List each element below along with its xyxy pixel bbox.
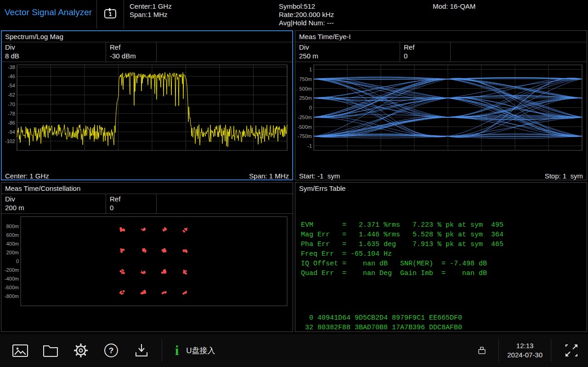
settings-button[interactable]: [71, 340, 91, 361]
constellation-ref-setting[interactable]: Ref 0: [106, 194, 157, 213]
svg-text:1: 1: [109, 11, 112, 17]
div-label: Div: [299, 43, 396, 52]
toolbar-separator: [551, 339, 551, 362]
panel-symerrs[interactable]: Sym/Errs Table EVM = 2.371 %rms 7.223 % …: [295, 182, 587, 332]
footer-stop: Stop: 1 sym: [545, 172, 583, 180]
panel-title-eye: Meas Time/Eye-I: [295, 31, 587, 42]
bottom-toolbar: ? i U盘接入 12:13 2024-07-30: [0, 334, 588, 367]
resize-arrows-icon: [562, 341, 581, 360]
header-separator: [124, 0, 124, 29]
screenshot-button[interactable]: [10, 340, 30, 361]
div-value: 250 m: [299, 52, 396, 60]
svg-text:750m: 750m: [299, 76, 312, 82]
svg-text:-600m: -600m: [5, 285, 19, 290]
svg-text:-250m: -250m: [298, 115, 312, 120]
svg-text:-500m: -500m: [298, 124, 312, 130]
panel-eye[interactable]: Meas Time/Eye-I Div 250 m Ref 0 1750m500…: [295, 30, 587, 180]
usb-status-icon: [477, 345, 487, 356]
panel-constellation[interactable]: Meas Time/Constellation Div 200 m Ref 0 …: [1, 182, 293, 332]
file-manager-button[interactable]: [40, 340, 61, 361]
single-sweep-button[interactable]: 1: [97, 0, 124, 29]
footer-span: Span: 1 MHz: [249, 172, 289, 180]
svg-text:-750m: -750m: [298, 133, 312, 139]
fullscreen-toggle-button[interactable]: [561, 340, 582, 361]
svg-text:-86: -86: [8, 120, 15, 126]
svg-text:-94: -94: [8, 129, 15, 135]
svg-text:1: 1: [309, 67, 312, 72]
ref-label: Ref: [404, 43, 447, 52]
error-row: Freq Err = -65.104 Hz: [301, 249, 587, 259]
footer-start: Start: -3.046154: [5, 330, 55, 332]
symbol-count: Symbol:512: [279, 2, 433, 11]
svg-text:-102: -102: [5, 138, 15, 144]
ref-value: -30 dBm: [110, 52, 153, 60]
sym-errs-table: EVM = 2.371 %rms 7.223 % pk at sym 495Ma…: [295, 194, 587, 332]
spectrum-div-setting[interactable]: Div 8 dB: [1, 42, 106, 62]
toolbar-right-group: 12:13 2024-07-30: [472, 339, 588, 362]
center-frequency: Center:1 GHz: [130, 2, 279, 11]
eye-settings-header: Div 250 m Ref 0: [295, 42, 587, 62]
ref-value: 0: [404, 52, 447, 60]
time: 12:13: [507, 341, 543, 350]
eye-div-setting[interactable]: Div 250 m: [295, 42, 400, 62]
panel-spectrum[interactable]: Spectrum/Log Mag Div 8 dB Ref -30 dBm -3…: [1, 30, 293, 180]
error-row: Quad Err = nan Deg Gain Imb = nan dB: [301, 269, 587, 278]
error-row: EVM = 2.371 %rms 7.223 % pk at sym 495: [301, 220, 587, 230]
ref-label: Ref: [110, 195, 153, 203]
constellation-settings-header: Div 200 m Ref 0: [1, 194, 293, 214]
constellation-chart-area: 800m600m400m200m0-200m-400m-600m-800m: [1, 214, 293, 311]
constellation-div-setting[interactable]: Div 200 m: [1, 194, 106, 213]
spectrum-plot: -38-46-54-62-70-78-86-94-102: [1, 62, 290, 153]
error-row: Mag Err = 1.446 %rms 5.528 % pk at sym 3…: [301, 230, 587, 240]
constellation-footer: Start: -3.046154 Stop: 3.046154: [1, 311, 293, 332]
panel-title-symerrs: Sym/Errs Table: [295, 183, 587, 194]
spectrum-ref-setting[interactable]: Ref -30 dBm: [106, 42, 157, 62]
symbol-readout: Symbol:512 Rate:200.000 kHz Avg|Hold Num…: [279, 0, 433, 29]
save-export-button[interactable]: [131, 340, 152, 361]
error-row: IQ Offset = nan dB SNR(MER) = -7.498 dB: [301, 259, 587, 269]
error-summary-block: EVM = 2.371 %rms 7.223 % pk at sym 495Ma…: [301, 220, 587, 278]
svg-text:800m: 800m: [6, 224, 19, 229]
svg-text:-38: -38: [8, 64, 15, 70]
help-button[interactable]: ?: [101, 340, 121, 361]
symbol-rate: Rate:200.000 kHz: [279, 11, 433, 19]
screenshot-icon: [11, 342, 29, 359]
repeat-once-icon: 1: [101, 6, 119, 22]
usb-device-button[interactable]: [472, 340, 492, 361]
help-icon: ?: [102, 342, 120, 359]
app-title: Vector Signal Analyzer: [0, 0, 96, 29]
panel-title-constellation: Meas Time/Constellation: [1, 183, 293, 194]
spectrum-chart-area: -38-46-54-62-70-78-86-94-102: [1, 62, 293, 153]
svg-text:?: ?: [109, 346, 113, 355]
panel-title-spectrum: Spectrum/Log Mag: [1, 31, 293, 42]
ref-label: Ref: [110, 43, 153, 52]
eye-chart-area: 1750m500m250m0-250m-500m-750m-1: [295, 62, 587, 153]
measurement-grid: Spectrum/Log Mag Div 8 dB Ref -30 dBm -3…: [1, 30, 587, 332]
eye-footer: Start: -1 sym Stop: 1 sym: [295, 153, 587, 180]
modulation-readout: Mod: 16-QAM: [433, 0, 475, 29]
toolbar-separator: [498, 339, 499, 362]
svg-text:500m: 500m: [299, 86, 312, 92]
svg-text:-54: -54: [8, 83, 15, 88]
eye-settings-spacer: [451, 42, 587, 62]
svg-text:0: 0: [16, 258, 19, 264]
top-header: Vector Signal Analyzer 1 Center:1 GHz Sp…: [0, 0, 588, 29]
ref-value: 0: [110, 203, 153, 212]
folder-icon: [42, 342, 59, 359]
spectrum-settings-header: Div 8 dB Ref -30 dBm: [1, 42, 293, 62]
svg-text:-400m: -400m: [5, 276, 19, 281]
eye-diagram-plot: 1750m500m250m0-250m-500m-750m-1: [295, 62, 585, 153]
svg-text:-46: -46: [8, 74, 15, 79]
usb-status-message: U盘接入: [186, 345, 215, 356]
spectrum-footer: Center: 1 GHz Span: 1 MHz RBW: 1.227 kHz…: [1, 153, 293, 180]
error-row: Pha Err = 1.635 deg 7.913 % pk at sym 46…: [301, 240, 587, 249]
hex-row: 0 40941D64 9D5CB2D4 8979F9C1 EE665DF0: [301, 313, 587, 323]
svg-text:-78: -78: [8, 111, 15, 116]
toolbar-separator: [162, 339, 162, 362]
date: 2024-07-30: [507, 350, 543, 360]
div-label: Div: [5, 43, 102, 52]
svg-text:600m: 600m: [6, 232, 19, 238]
gear-icon: [72, 342, 90, 359]
footer-center-freq: Center: 1 GHz: [5, 172, 49, 180]
eye-ref-setting[interactable]: Ref 0: [400, 42, 451, 62]
